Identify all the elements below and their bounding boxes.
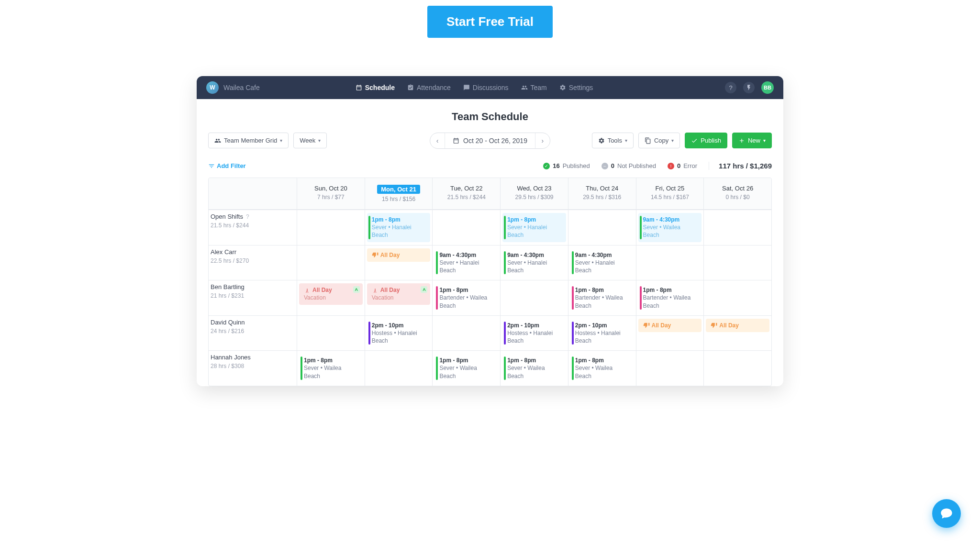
schedule-cell[interactable]: 1pm - 8pmBartender • Wailea Beach: [568, 280, 636, 315]
day-header[interactable]: Tue, Oct 2221.5 hrs / $244: [432, 178, 500, 210]
schedule-cell[interactable]: 2pm - 10pmHostess • Hanalei Beach: [365, 316, 433, 351]
shift-time: All Day: [372, 286, 427, 294]
schedule-cell[interactable]: All Day: [703, 316, 771, 351]
schedule-cell[interactable]: 9am - 4:30pmSever • Wailea Beach: [636, 210, 704, 245]
shift-card[interactable]: 1pm - 8pmBartender • Wailea Beach: [434, 283, 498, 313]
schedule-cell[interactable]: All Day: [636, 316, 704, 351]
shift-time: 9am - 4:30pm: [575, 251, 630, 259]
workspace-switcher[interactable]: W Wailea Cafe: [206, 81, 260, 94]
shift-card[interactable]: 2pm - 10pmHostess • Hanalei Beach: [502, 319, 566, 348]
day-header[interactable]: Wed, Oct 2329.5 hrs / $309: [500, 178, 568, 210]
schedule-cell[interactable]: [636, 351, 704, 386]
vacation-card[interactable]: All DayVacationA: [367, 283, 431, 304]
shift-detail: Sever • Wailea Beach: [304, 364, 359, 380]
day-header[interactable]: Mon, Oct 2115 hrs / $156: [365, 178, 433, 210]
date-range-button[interactable]: Oct 20 - Oct 26, 2019: [445, 133, 535, 148]
row-header[interactable]: Alex Carr22.5 hrs / $270: [209, 246, 297, 280]
schedule-cell[interactable]: [432, 316, 500, 351]
publish-button[interactable]: Publish: [685, 133, 727, 148]
nav-discussions[interactable]: Discussions: [463, 84, 509, 91]
schedule-cell[interactable]: [703, 210, 771, 245]
schedule-cell[interactable]: 1pm - 8pmSever • Wailea Beach: [432, 351, 500, 386]
schedule-cell[interactable]: [365, 351, 433, 386]
copy-dropdown[interactable]: Copy ▾: [638, 133, 680, 148]
nav-attendance[interactable]: Attendance: [407, 84, 451, 91]
shift-card[interactable]: 1pm - 8pmSever • Wailea Beach: [299, 354, 363, 383]
schedule-cell[interactable]: All DayVacationA: [297, 280, 365, 315]
row-header[interactable]: Open Shifts?21.5 hrs / $244: [209, 210, 297, 245]
schedule-cell[interactable]: [703, 280, 771, 315]
member-subtotal: 24 hrs / $216: [211, 328, 295, 335]
start-free-trial-button[interactable]: Start Free Trial: [427, 6, 553, 38]
schedule-cell[interactable]: [568, 210, 636, 245]
shift-card[interactable]: 9am - 4:30pmSever • Wailea Beach: [638, 213, 702, 242]
schedule-cell[interactable]: 1pm - 8pmBartender • Wailea Beach: [432, 280, 500, 315]
shift-card[interactable]: 1pm - 8pmSever • Wailea Beach: [570, 354, 634, 383]
new-dropdown[interactable]: New ▾: [732, 133, 772, 148]
shift-card[interactable]: 9am - 4:30pmSever • Hanalei Beach: [434, 248, 498, 278]
shift-card[interactable]: 2pm - 10pmHostess • Hanalei Beach: [570, 319, 634, 348]
help-icon[interactable]: ?: [246, 213, 249, 220]
shift-card[interactable]: 9am - 4:30pmSever • Hanalei Beach: [502, 248, 566, 278]
schedule-cell[interactable]: [297, 246, 365, 280]
shift-card[interactable]: 2pm - 10pmHostess • Hanalei Beach: [367, 319, 431, 348]
schedule-cell[interactable]: 1pm - 8pmBartender • Wailea Beach: [636, 280, 704, 315]
view-mode-dropdown[interactable]: Team Member Grid ▾: [208, 133, 289, 148]
row-header[interactable]: David Quinn24 hrs / $216: [209, 316, 297, 351]
shift-card[interactable]: 9am - 4:30pmSever • Hanalei Beach: [570, 248, 634, 278]
nav-schedule[interactable]: Schedule: [356, 84, 395, 91]
timeoff-card[interactable]: All Day: [367, 248, 431, 262]
vacation-card[interactable]: All DayVacationA: [299, 283, 363, 304]
schedule-cell[interactable]: All Day: [365, 246, 433, 280]
shift-card[interactable]: 1pm - 8pmBartender • Wailea Beach: [570, 283, 634, 313]
schedule-cell[interactable]: [500, 280, 568, 315]
add-filter-button[interactable]: Add Filter: [208, 162, 246, 169]
schedule-cell[interactable]: [432, 210, 500, 245]
help-icon[interactable]: ?: [725, 82, 736, 93]
day-header[interactable]: Sun, Oct 207 hrs / $77: [297, 178, 365, 210]
period-dropdown[interactable]: Week ▾: [293, 133, 327, 148]
schedule-cell[interactable]: [636, 246, 704, 280]
nav-settings[interactable]: Settings: [559, 84, 593, 91]
shift-card[interactable]: 1pm - 8pmSever • Hanalei Beach: [367, 213, 431, 242]
row-header[interactable]: Ben Bartling21 hrs / $231: [209, 280, 297, 315]
period-label: Week: [300, 137, 315, 144]
user-avatar[interactable]: BB: [761, 81, 774, 94]
day-header[interactable]: Thu, Oct 2429.5 hrs / $316: [568, 178, 636, 210]
schedule-cell[interactable]: 1pm - 8pmSever • Wailea Beach: [568, 351, 636, 386]
schedule-cell[interactable]: 9am - 4:30pmSever • Hanalei Beach: [432, 246, 500, 280]
row-header[interactable]: Hannah Jones28 hrs / $308: [209, 351, 297, 386]
bolt-icon[interactable]: [743, 82, 755, 93]
nav-team[interactable]: Team: [521, 84, 547, 91]
status-not-published: – 0 Not Published: [601, 162, 656, 169]
shift-card[interactable]: 1pm - 8pmBartender • Wailea Beach: [638, 283, 702, 313]
chat-fab[interactable]: [932, 499, 961, 528]
schedule-cell[interactable]: 2pm - 10pmHostess • Hanalei Beach: [500, 316, 568, 351]
header-spacer: [209, 178, 297, 210]
shift-card[interactable]: 1pm - 8pmSever • Wailea Beach: [502, 354, 566, 383]
date-next-button[interactable]: ›: [535, 133, 550, 148]
day-label: Mon, Oct 21: [377, 185, 420, 194]
schedule-cell[interactable]: 2pm - 10pmHostess • Hanalei Beach: [568, 316, 636, 351]
date-prev-button[interactable]: ‹: [430, 133, 445, 148]
tools-dropdown[interactable]: Tools ▾: [592, 133, 634, 148]
timeoff-card[interactable]: All Day: [638, 319, 702, 332]
shift-time: 1pm - 8pm: [304, 357, 359, 364]
schedule-cell[interactable]: [297, 316, 365, 351]
schedule-cell[interactable]: 9am - 4:30pmSever • Hanalei Beach: [568, 246, 636, 280]
schedule-cell[interactable]: [703, 246, 771, 280]
schedule-cell[interactable]: 1pm - 8pmSever • Hanalei Beach: [500, 210, 568, 245]
schedule-cell[interactable]: 1pm - 8pmSever • Wailea Beach: [297, 351, 365, 386]
schedule-cell[interactable]: 1pm - 8pmSever • Hanalei Beach: [365, 210, 433, 245]
day-header[interactable]: Sat, Oct 260 hrs / $0: [703, 178, 771, 210]
schedule-cell[interactable]: 9am - 4:30pmSever • Hanalei Beach: [500, 246, 568, 280]
shift-card[interactable]: 1pm - 8pmSever • Hanalei Beach: [502, 213, 566, 242]
timeoff-card[interactable]: All Day: [706, 319, 769, 332]
schedule-cell[interactable]: [297, 210, 365, 245]
schedule-cell[interactable]: 1pm - 8pmSever • Wailea Beach: [500, 351, 568, 386]
schedule-cell[interactable]: All DayVacationA: [365, 280, 433, 315]
shift-card[interactable]: 1pm - 8pmSever • Wailea Beach: [434, 354, 498, 383]
chevron-down-icon: ▾: [671, 138, 674, 143]
day-header[interactable]: Fri, Oct 2514.5 hrs / $167: [636, 178, 704, 210]
schedule-cell[interactable]: [703, 351, 771, 386]
